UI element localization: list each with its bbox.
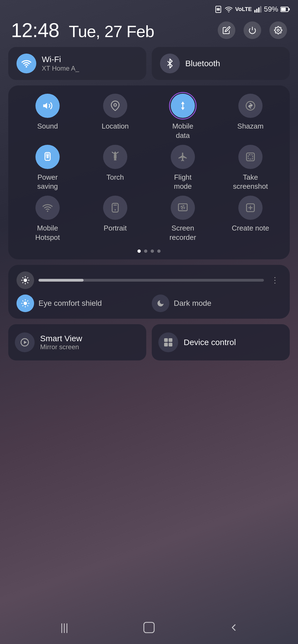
brightness-slider[interactable] (38, 279, 264, 282)
hotspot-icon (35, 196, 60, 220)
eye-comfort-icon (16, 295, 34, 312)
svg-rect-60 (144, 622, 154, 633)
wifi-tile-icon (16, 54, 36, 73)
back-button[interactable] (223, 617, 245, 639)
mobile-data-label: Mobiledata (172, 122, 194, 140)
screenshot-tile[interactable]: Takescreenshot (223, 145, 278, 191)
back-icon (228, 622, 239, 633)
grid-row-1: Sound Location Mobiledata (14, 94, 284, 140)
eye-comfort-tile[interactable]: Eye comfort shield (16, 295, 146, 312)
location-tile[interactable]: Location (88, 94, 143, 140)
portrait-icon (103, 196, 127, 220)
date-display: Tue, 27 Feb (69, 22, 154, 41)
settings-icon (274, 26, 282, 34)
brightness-row: ⋮ (16, 271, 282, 289)
device-control-tile[interactable]: Device control (152, 324, 290, 360)
sound-tile[interactable]: Sound (20, 94, 75, 140)
svg-line-42 (23, 282, 23, 283)
svg-rect-56 (164, 338, 168, 342)
dark-mode-tile[interactable]: Dark mode (152, 295, 282, 312)
bluetooth-tile[interactable]: Bluetooth (152, 47, 290, 80)
svg-line-39 (27, 282, 28, 283)
svg-line-48 (27, 306, 28, 306)
dark-mode-svg (156, 299, 165, 307)
bluetooth-icon-tile (165, 59, 175, 68)
mobile-data-tile[interactable]: Mobiledata (155, 94, 210, 140)
svg-rect-57 (169, 338, 173, 342)
power-saving-tile[interactable]: Powersaving (20, 145, 75, 191)
create-note-tile[interactable]: Create note (223, 196, 278, 242)
bluetooth-label: Bluetooth (185, 59, 220, 68)
wifi-tile[interactable]: Wi-Fi XT Home A_ (8, 47, 146, 80)
svg-line-47 (23, 301, 23, 301)
portrait-tile[interactable]: Portrait (88, 196, 143, 242)
hotspot-tile[interactable]: MobileHotspot (20, 196, 75, 242)
svg-marker-31 (182, 206, 184, 208)
sim-icon (214, 5, 222, 13)
screen-recorder-tile[interactable]: Screenrecorder (155, 196, 210, 242)
svg-rect-19 (114, 155, 117, 159)
device-control-text: Device control (184, 338, 236, 347)
edit-button[interactable] (218, 21, 235, 39)
portrait-svg (110, 202, 120, 213)
svg-point-25 (47, 210, 48, 212)
location-svg (110, 101, 120, 111)
brightness-menu-button[interactable]: ⋮ (268, 274, 282, 287)
shazam-icon (238, 94, 263, 118)
time-display: 12:48 (11, 19, 59, 41)
datetime: 12:48 Tue, 27 Feb (11, 19, 154, 41)
portrait-label: Portrait (104, 224, 127, 233)
page-dots (14, 247, 284, 254)
power-button[interactable] (244, 21, 261, 39)
svg-point-14 (114, 104, 117, 106)
home-button[interactable] (138, 617, 160, 639)
svg-rect-5 (258, 7, 260, 13)
screen-recorder-svg (178, 202, 188, 213)
settings-button[interactable] (269, 21, 287, 39)
edit-icon (222, 26, 231, 34)
brightness-icon (16, 271, 34, 289)
svg-line-43 (27, 277, 28, 278)
smart-view-svg (20, 337, 30, 347)
create-note-svg (245, 202, 256, 213)
navigation-bar: ||| (0, 611, 298, 644)
sound-label: Sound (37, 122, 58, 131)
eye-comfort-svg (21, 299, 29, 307)
screenshot-label: Takescreenshot (233, 173, 268, 191)
screen-recorder-label: Screenrecorder (170, 224, 196, 242)
svg-rect-23 (247, 153, 255, 161)
torch-icon (103, 145, 127, 169)
shazam-svg (245, 101, 256, 111)
brightness-sun-icon (21, 276, 29, 284)
recent-apps-button[interactable]: ||| (53, 617, 75, 639)
screenshot-svg (245, 152, 256, 162)
svg-point-11 (277, 29, 279, 31)
wifi-tile-text: Wi-Fi XT Home A_ (42, 55, 79, 72)
screenshot-icon (238, 145, 263, 169)
device-control-svg (163, 337, 173, 347)
power-saving-label: Powersaving (37, 173, 58, 191)
svg-rect-4 (256, 9, 258, 12)
svg-rect-58 (164, 343, 168, 346)
dot-3 (151, 249, 154, 253)
power-saving-svg (42, 152, 53, 162)
svg-rect-9 (281, 7, 286, 11)
torch-tile[interactable]: Torch (88, 145, 143, 191)
grid-row-2: Powersaving Torch Flightm (14, 145, 284, 191)
device-control-label: Device control (184, 338, 236, 347)
dark-mode-label: Dark mode (174, 299, 211, 308)
dot-1 (137, 249, 141, 253)
smart-view-tile[interactable]: Smart View Mirror screen (8, 324, 146, 360)
create-note-icon (238, 196, 263, 220)
device-control-icon (158, 332, 178, 352)
smart-view-text: Smart View Mirror screen (40, 334, 82, 351)
shazam-tile[interactable]: Shazam (223, 94, 278, 140)
svg-rect-1 (217, 8, 220, 10)
eye-comfort-label: Eye comfort shield (38, 299, 102, 308)
battery-icon (280, 5, 290, 13)
svg-line-38 (23, 277, 23, 278)
flight-mode-tile[interactable]: Flightmode (155, 145, 210, 191)
sound-icon (35, 94, 60, 118)
brightness-panel: ⋮ Eye comfort shield (8, 265, 290, 319)
svg-rect-24 (248, 155, 253, 159)
